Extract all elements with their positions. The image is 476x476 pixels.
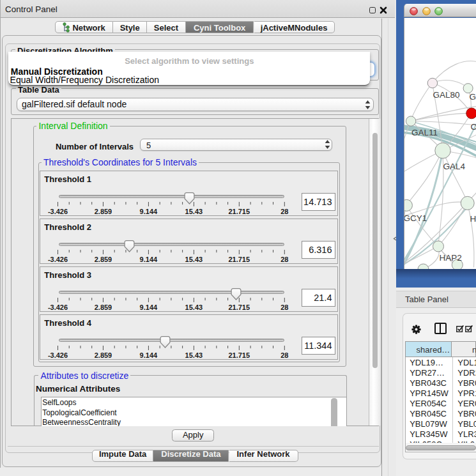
svg-text:H: H: [470, 213, 476, 223]
svg-text:GCY1: GCY1: [404, 213, 427, 222]
svg-text:HAP2: HAP2: [439, 253, 461, 263]
svg-text:GAL4: GAL4: [443, 161, 465, 171]
svg-text:C: C: [470, 121, 476, 131]
svg-text:GAL11: GAL11: [411, 127, 438, 137]
svg-text:GA: GA: [469, 91, 476, 101]
svg-text:GAL80: GAL80: [433, 90, 459, 100]
